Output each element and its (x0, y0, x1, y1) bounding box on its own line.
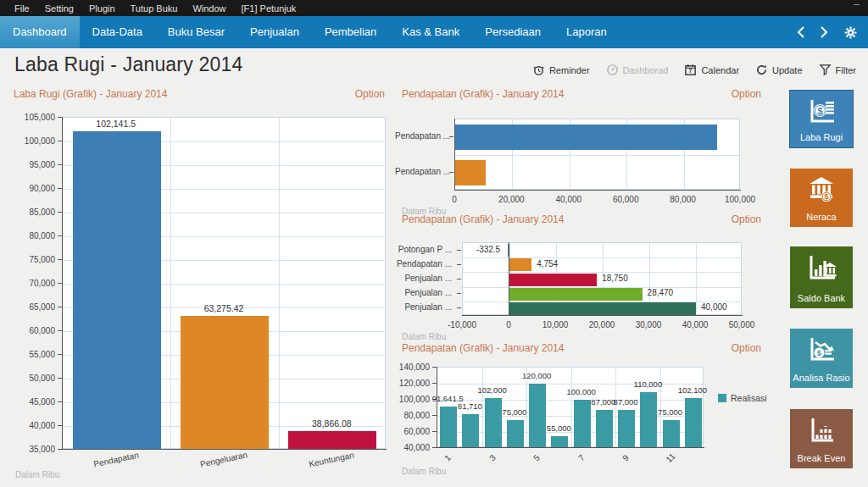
filter-icon (819, 64, 832, 76)
menu-item-f1-petunjuk[interactable]: [F1] Petunjuk (234, 3, 304, 14)
tile-neraca[interactable]: $Neraca (790, 169, 853, 227)
option-link[interactable]: Option (732, 88, 761, 100)
x-axis-tick-label: 10,000 (542, 320, 569, 329)
update-button[interactable]: Update (755, 64, 802, 76)
gridline (170, 118, 171, 448)
axis-unit-note: Dalam Ribu (402, 467, 446, 476)
chart-pendapatan-grafik-tengah: Pendapatan (Grafik) - January 2014Option… (390, 213, 770, 342)
x-axis-line (437, 447, 704, 448)
gridline (455, 155, 739, 156)
legend-realisasi: Realisasi (718, 393, 767, 403)
y-axis-tick-label: 100,000 (9, 136, 55, 146)
y-axis-tick-label: 35,000 (9, 445, 55, 454)
tab-pembelian[interactable]: Pembelian (312, 16, 389, 48)
menu-item-file[interactable]: File (7, 3, 37, 14)
x-axis-tick-label: 30,000 (636, 320, 662, 329)
gridline (615, 368, 616, 446)
tile-label: Neraca (790, 212, 853, 222)
x-axis-category-label: Pendapatan (92, 451, 139, 469)
svg-text:$: $ (817, 106, 822, 116)
bar-pendapatan-1 (455, 160, 486, 185)
menu-item-tutup-buku[interactable]: Tutup Buku (123, 3, 186, 14)
y-axis-tick-label: 95,000 (9, 160, 55, 169)
category-tick (457, 307, 461, 308)
category-label: Penjualan ... (395, 288, 452, 297)
x-axis-tick-label: 0 (506, 320, 511, 329)
tab-persediaan[interactable]: Persediaan (472, 16, 554, 48)
y-axis-tick-label: 40,000 (9, 421, 55, 430)
x-axis-category-label: 9 (620, 453, 631, 463)
reminder-button[interactable]: Reminder (532, 64, 590, 76)
tab-buku-besar[interactable]: Buku Besar (155, 16, 237, 48)
bank-chart-icon (790, 252, 853, 283)
gridline (437, 400, 703, 401)
filter-button[interactable]: Filter (819, 64, 856, 76)
bar-7 (574, 400, 591, 448)
y-axis-tick-label: 105,000 (9, 113, 55, 122)
tile-laba-rugi[interactable]: $Laba Rugi (790, 91, 853, 147)
chart-title: Laba Rugi (Grafik) - January 2014 (14, 88, 167, 100)
tile-break-even[interactable]: Break Even (790, 409, 853, 468)
category-tick (449, 172, 453, 173)
header-toolbar: ReminderDashborad7CalendarUpdateFilter (532, 64, 856, 76)
svg-text:7: 7 (689, 68, 693, 74)
category-label: Pendapatan ... (395, 131, 444, 141)
bar-value-label: 81,710 (458, 401, 482, 411)
option-link[interactable]: Option (355, 88, 385, 100)
x-axis-category-label: 7 (576, 453, 587, 463)
x-axis-line (62, 449, 387, 450)
menu-item-plugin[interactable]: Plugin (81, 3, 123, 14)
category-label: Penjualan ... (395, 274, 452, 283)
tab-laporan[interactable]: Laporan (554, 16, 620, 48)
bar-value-label: 40,000 (701, 302, 727, 312)
nav-bar: DashboardData-DataBuku BesarPenjualanPem… (0, 16, 868, 48)
plot-area (454, 119, 740, 190)
x-axis-category-label: Keuntungan (309, 451, 355, 469)
bar-9 (618, 410, 635, 448)
menu-item-setting[interactable]: Setting (37, 3, 81, 14)
calendar-button[interactable]: 7Calendar (684, 64, 739, 76)
bar-4 (507, 420, 524, 448)
tab-data-data[interactable]: Data-Data (80, 16, 155, 48)
gridline (279, 118, 280, 448)
bar-10 (640, 392, 657, 449)
category-tick (457, 279, 461, 279)
tile-analisa-rasio[interactable]: $Analisa Rasio (790, 329, 853, 388)
bar-penjualan-3 (509, 288, 643, 301)
bar-pendapatan-0 (455, 125, 717, 150)
toolbar-button-label: Update (772, 65, 802, 75)
tab-dashboard[interactable]: Dashboard (0, 16, 80, 48)
y-axis-tick-label: 80,000 (9, 231, 55, 241)
chevron-right-icon[interactable] (820, 25, 829, 39)
bar-value-label: 4,754 (537, 259, 558, 268)
tile-saldo-bank[interactable]: Saldo Bank (790, 246, 853, 308)
chart-title: Pendapatan (Grafik) - January 2014 (402, 342, 564, 354)
category-label: Penjualan ... (395, 302, 452, 312)
menu-item-window[interactable]: Window (185, 3, 233, 14)
bar-value-label: 63,275.42 (204, 303, 244, 313)
x-axis-tick-label: 80,000 (670, 195, 696, 204)
minimize-button[interactable]: – (854, 0, 860, 10)
gridline (463, 257, 741, 258)
y-axis-tick-label: 60,000 (9, 326, 55, 335)
tile-label: Saldo Bank (790, 293, 853, 303)
zero-axis-line (509, 242, 509, 316)
gear-icon[interactable] (843, 25, 858, 40)
y-axis-tick-label: 45,000 (9, 397, 55, 407)
bar-8 (596, 410, 613, 448)
option-link[interactable]: Option (732, 342, 761, 354)
bar-1 (440, 407, 457, 448)
chart-title: Pendapatan (Grafik) - January 2014 (402, 213, 564, 225)
tab-kas-bank[interactable]: Kas & Bank (389, 16, 472, 48)
x-axis-category-label: 11 (664, 451, 676, 464)
y-axis-tick-label: 40,000 (384, 443, 430, 452)
toolbar-button-label: Calendar (701, 65, 739, 75)
y-axis-tick-label: 60,000 (384, 427, 430, 436)
tab-penjualan[interactable]: Penjualan (237, 16, 312, 48)
x-axis-tick-label: -10,000 (448, 320, 476, 329)
chevron-left-icon[interactable] (796, 25, 805, 39)
option-link[interactable]: Option (732, 213, 761, 225)
chart-title: Pendapatan (Grafik) - January 2014 (402, 88, 564, 100)
x-axis-tick-label: 100,000 (725, 195, 755, 204)
category-tick (449, 136, 453, 137)
